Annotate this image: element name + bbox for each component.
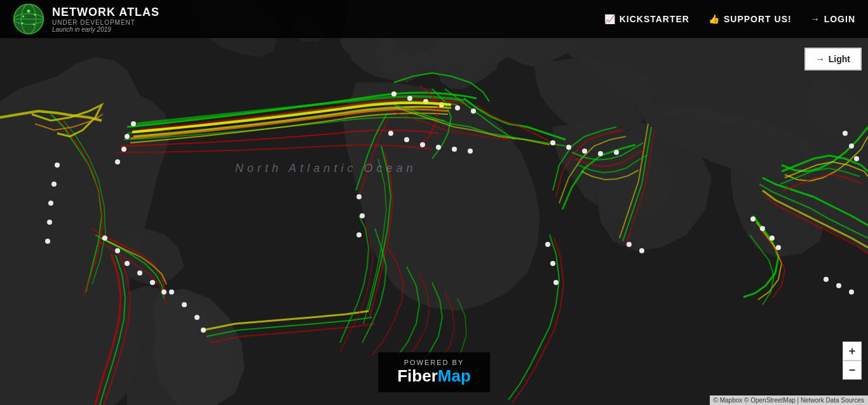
svg-point-22	[468, 149, 473, 154]
svg-point-31	[760, 226, 765, 231]
svg-point-59	[27, 10, 31, 13]
nav-links: 📈 KICKSTARTER 👍 SUPPORT US! → LOGIN	[604, 14, 855, 24]
svg-point-34	[824, 277, 829, 282]
svg-point-28	[627, 242, 632, 247]
svg-point-42	[553, 280, 559, 285]
light-button-label: Light	[829, 54, 850, 64]
svg-point-27	[614, 150, 619, 155]
svg-point-48	[51, 182, 57, 187]
svg-point-61	[34, 14, 36, 16]
powered-by-label: POWERED BY	[397, 359, 471, 366]
fibermap-brand: FiberMap	[397, 366, 471, 386]
navbar: NETWORK ATLAS UNDER DEVELOPMENT Launch i…	[0, 0, 868, 38]
svg-point-10	[161, 289, 166, 295]
svg-point-19	[420, 142, 425, 147]
svg-point-3	[121, 147, 126, 152]
svg-point-40	[545, 242, 550, 247]
svg-point-32	[770, 236, 775, 241]
login-icon: →	[811, 14, 820, 24]
svg-point-11	[391, 91, 397, 96]
svg-point-62	[21, 22, 23, 24]
svg-point-35	[836, 283, 841, 288]
zoom-controls: + −	[843, 342, 862, 380]
svg-point-8	[137, 270, 142, 276]
fiber-text: Fiber	[397, 366, 438, 385]
svg-point-12	[407, 96, 412, 101]
svg-point-16	[471, 109, 476, 114]
thumb-icon: 👍	[709, 14, 720, 24]
svg-point-38	[360, 213, 365, 218]
svg-point-26	[598, 151, 603, 156]
svg-point-50	[47, 220, 52, 225]
brand-launch: Launch in early 2019	[52, 26, 159, 33]
svg-point-7	[125, 261, 130, 266]
login-link[interactable]: → LOGIN	[811, 14, 855, 24]
svg-point-15	[455, 105, 460, 110]
svg-point-33	[776, 245, 781, 250]
svg-point-47	[55, 163, 60, 168]
brand-text: NETWORK ATLAS UNDER DEVELOPMENT Launch i…	[52, 6, 159, 33]
svg-point-37	[356, 194, 362, 199]
kickstarter-link[interactable]: 📈 KICKSTARTER	[604, 14, 689, 24]
svg-point-2	[125, 134, 130, 139]
svg-point-44	[182, 302, 187, 307]
svg-point-21	[452, 147, 457, 152]
svg-point-23	[550, 140, 555, 145]
svg-point-6	[115, 248, 120, 253]
powered-by-banner: POWERED BY FiberMap	[378, 352, 490, 392]
svg-point-53	[849, 143, 854, 149]
svg-point-36	[849, 289, 854, 295]
map-text: Map	[438, 366, 471, 385]
light-mode-button[interactable]: → Light	[804, 48, 862, 70]
svg-point-29	[639, 248, 644, 253]
svg-point-51	[45, 239, 50, 244]
svg-point-52	[843, 131, 848, 136]
svg-point-43	[169, 289, 174, 295]
arrow-icon: →	[816, 54, 825, 64]
svg-point-20	[436, 145, 441, 150]
zoom-in-button[interactable]: +	[843, 342, 862, 361]
globe-icon	[13, 3, 44, 35]
support-link[interactable]: 👍 SUPPORT US!	[709, 14, 792, 24]
map-svg	[0, 0, 868, 405]
map-attribution: © Mapbox © OpenStreetMap | Network Data …	[710, 395, 868, 405]
svg-point-45	[194, 315, 200, 320]
svg-point-18	[404, 137, 409, 142]
brand-area: NETWORK ATLAS UNDER DEVELOPMENT Launch i…	[13, 3, 159, 35]
chart-icon: 📈	[604, 14, 616, 24]
svg-point-17	[388, 131, 393, 136]
brand-name: NETWORK ATLAS	[52, 6, 159, 19]
svg-point-60	[22, 15, 24, 17]
svg-point-46	[201, 328, 206, 333]
svg-point-24	[566, 145, 571, 150]
svg-point-41	[550, 261, 555, 266]
svg-point-63	[33, 23, 35, 25]
svg-point-39	[356, 232, 362, 237]
svg-point-5	[102, 236, 107, 241]
map-container[interactable]: North Atlantic Ocean	[0, 0, 868, 405]
svg-point-1	[131, 121, 136, 126]
brand-tagline: UNDER DEVELOPMENT	[52, 19, 159, 26]
svg-point-25	[582, 149, 587, 154]
svg-point-9	[150, 280, 155, 285]
svg-point-49	[48, 201, 53, 206]
svg-point-54	[854, 156, 859, 161]
svg-point-4	[115, 159, 120, 164]
svg-point-30	[750, 216, 756, 222]
zoom-out-button[interactable]: −	[843, 361, 862, 380]
